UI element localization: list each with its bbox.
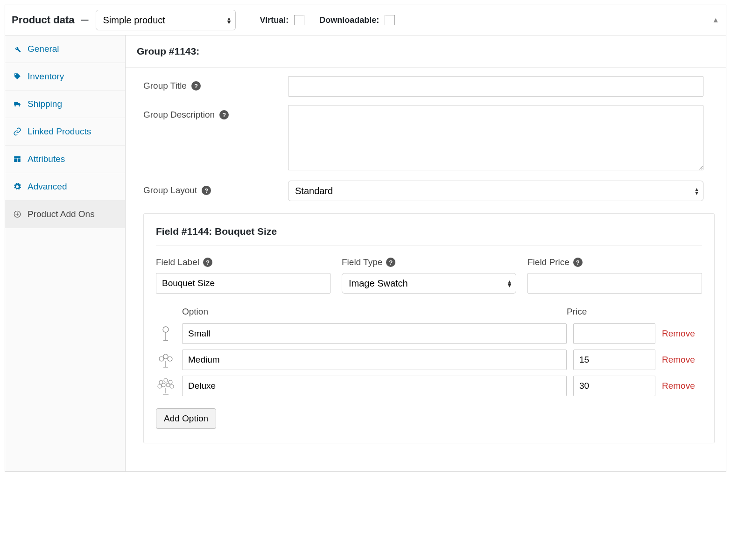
swatch-image-small[interactable] <box>156 324 176 343</box>
field-columns: Field Label ? Field Type ? Image Swatch <box>156 257 702 294</box>
collapse-icon[interactable]: ▲ <box>712 16 719 24</box>
option-row: Remove <box>156 350 702 370</box>
remove-option-link[interactable]: Remove <box>662 329 702 339</box>
field-heading: Field #1144: Bouquet Size <box>156 226 702 246</box>
gear-icon <box>13 182 22 191</box>
svg-point-4 <box>163 327 169 332</box>
field-price-input[interactable] <box>527 273 702 294</box>
option-price-input[interactable] <box>573 350 655 370</box>
svg-point-6 <box>159 357 164 361</box>
svg-point-11 <box>158 385 162 388</box>
tab-general[interactable]: General <box>5 35 125 63</box>
tab-linked-products[interactable]: Linked Products <box>5 118 125 146</box>
group-heading: Group #1143: <box>126 46 726 68</box>
help-icon[interactable]: ? <box>386 258 395 267</box>
option-row: Remove <box>156 376 702 396</box>
downloadable-label: Downloadable: <box>319 15 379 25</box>
group-layout-label: Group Layout <box>143 185 197 196</box>
field-type-select-input[interactable]: Image Swatch <box>342 273 516 293</box>
field-box: Field #1144: Bouquet Size Field Label ? … <box>143 213 715 443</box>
option-col-header: Option <box>182 307 567 317</box>
price-col-header: Price <box>567 307 655 317</box>
option-row: Remove <box>156 323 702 344</box>
content-area: Group #1143: Group Title ? Group Descrip… <box>126 35 726 471</box>
help-icon[interactable]: ? <box>219 110 229 119</box>
option-name-input[interactable] <box>182 350 567 370</box>
remove-option-link[interactable]: Remove <box>662 355 702 365</box>
swatch-image-medium[interactable] <box>156 350 176 370</box>
virtual-checkbox[interactable] <box>294 15 304 25</box>
panel-body: General Inventory Shipping Linked Produc… <box>5 35 726 471</box>
tab-label: General <box>28 44 59 54</box>
tab-advanced[interactable]: Advanced <box>5 173 125 201</box>
help-icon[interactable]: ? <box>203 258 212 267</box>
panel-header: Product data — Simple product ▴▾ Virtual… <box>5 5 726 35</box>
help-icon[interactable]: ? <box>202 186 211 195</box>
remove-option-link[interactable]: Remove <box>662 381 702 391</box>
tab-label: Product Add Ons <box>28 209 95 219</box>
svg-rect-1 <box>14 159 17 162</box>
tab-label: Shipping <box>28 99 62 109</box>
field-type-col: Field Type ? Image Swatch ▴▾ <box>342 257 516 294</box>
group-description-input[interactable] <box>288 105 703 170</box>
svg-point-8 <box>164 378 168 382</box>
virtual-label: Virtual: <box>260 15 288 25</box>
field-price-label: Field Price <box>527 257 569 267</box>
option-name-input[interactable] <box>182 323 567 344</box>
help-icon[interactable]: ? <box>191 81 201 91</box>
tab-label: Inventory <box>28 71 64 82</box>
group-title-row: Group Title ? <box>126 68 726 97</box>
svg-point-14 <box>166 383 170 387</box>
truck-icon <box>13 100 22 108</box>
svg-rect-2 <box>18 159 21 162</box>
plus-circle-icon <box>13 210 22 218</box>
swatch-image-deluxe[interactable] <box>156 376 176 396</box>
field-price-col: Field Price ? <box>527 257 702 294</box>
tabs-sidebar: General Inventory Shipping Linked Produc… <box>5 35 126 471</box>
add-option-button[interactable]: Add Option <box>156 408 216 429</box>
group-description-row: Group Description ? <box>126 97 726 172</box>
wrench-icon <box>13 45 22 53</box>
option-price-input[interactable] <box>573 323 655 344</box>
product-type-select-input[interactable]: Simple product <box>96 10 235 30</box>
tab-product-add-ons[interactable]: Product Add Ons <box>5 201 125 228</box>
svg-rect-0 <box>14 156 21 158</box>
downloadable-toggle[interactable]: Downloadable: <box>319 15 395 25</box>
field-type-select[interactable]: Image Swatch ▴▾ <box>342 273 516 294</box>
field-type-label: Field Type <box>342 257 382 267</box>
group-layout-select[interactable]: Standard ▴▾ <box>288 181 703 201</box>
tab-label: Advanced <box>28 182 67 192</box>
svg-point-13 <box>162 383 165 387</box>
group-description-label: Group Description <box>143 110 215 120</box>
svg-point-12 <box>170 385 174 388</box>
svg-point-5 <box>163 354 168 359</box>
product-data-panel: Product data — Simple product ▴▾ Virtual… <box>5 5 726 472</box>
option-price-input[interactable] <box>573 376 655 396</box>
tab-shipping[interactable]: Shipping <box>5 91 125 118</box>
field-label-input[interactable] <box>156 273 330 294</box>
tab-inventory[interactable]: Inventory <box>5 63 125 91</box>
field-label-label: Field Label <box>156 257 199 267</box>
svg-point-7 <box>168 357 172 361</box>
options-table: Option Price Remove <box>156 307 702 429</box>
group-layout-row: Group Layout ? Standard ▴▾ <box>126 172 726 201</box>
tab-label: Attributes <box>28 154 65 164</box>
group-layout-select-input[interactable]: Standard <box>288 181 703 201</box>
option-name-input[interactable] <box>182 376 567 396</box>
tag-icon <box>13 72 22 81</box>
group-title-input[interactable] <box>288 76 703 97</box>
options-header: Option Price <box>156 307 702 323</box>
downloadable-checkbox[interactable] <box>385 15 395 25</box>
product-type-select[interactable]: Simple product ▴▾ <box>96 10 236 30</box>
tab-label: Linked Products <box>28 126 91 137</box>
field-label-col: Field Label ? <box>156 257 330 294</box>
group-title-label: Group Title <box>143 81 187 91</box>
layout-icon <box>13 155 22 163</box>
tab-attributes[interactable]: Attributes <box>5 146 125 173</box>
header-divider <box>250 14 250 27</box>
link-icon <box>13 127 22 136</box>
panel-title: Product data <box>12 14 74 26</box>
help-icon[interactable]: ? <box>573 258 583 267</box>
virtual-toggle[interactable]: Virtual: <box>260 15 304 25</box>
title-dash: — <box>81 16 88 24</box>
